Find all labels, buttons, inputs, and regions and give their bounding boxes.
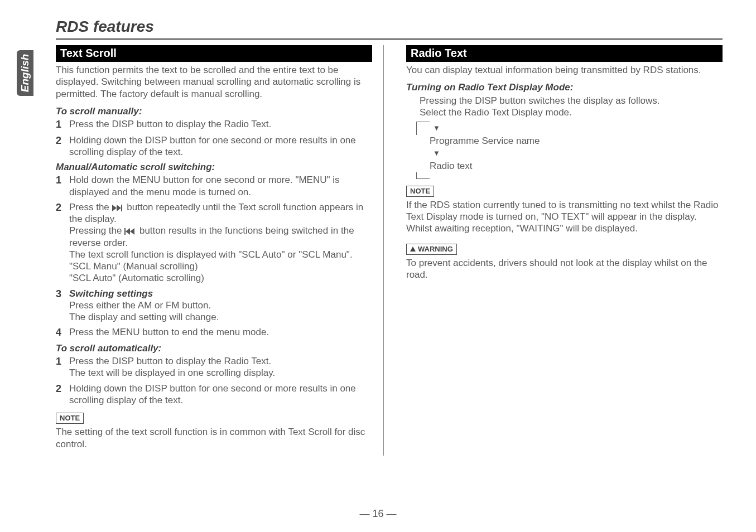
step-body: Holding down the DISP button for one sec…: [69, 134, 372, 158]
step-number: 2: [56, 383, 69, 407]
step-ma-1: 1 Hold down the MENU button for one seco…: [56, 174, 372, 198]
step-body: Holding down the DISP button for one sec…: [69, 383, 372, 407]
text: The text will be displayed in one scroll…: [69, 367, 275, 378]
text: "SCL Manu" (Manual scrolling): [69, 261, 198, 272]
arrow-down-icon: ▼: [433, 124, 440, 133]
step-ma-2: 2 Press the button repeatedly until the …: [56, 201, 372, 284]
intro-radio-text: You can display textual information bein…: [406, 64, 723, 76]
step-ma-3: 3 Switching settings Press either the AM…: [56, 288, 372, 323]
text: Pressing the: [69, 225, 124, 236]
step-number: 2: [56, 134, 69, 158]
text: Press the DISP button to display the Rad…: [69, 356, 271, 366]
step-au-2: 2 Holding down the DISP button for one s…: [56, 383, 372, 407]
page-title: RDS features: [56, 17, 723, 40]
warning-body: To prevent accidents, drivers should not…: [406, 257, 723, 281]
intro-text-scroll: This function permits the text to be scr…: [56, 64, 372, 100]
text: "SCL Auto" (Automatic scrolling): [69, 273, 204, 283]
column-right: Radio Text You can display textual infor…: [406, 45, 723, 456]
note-label: NOTE: [406, 186, 434, 197]
arrow-down-icon: ▼: [433, 149, 440, 158]
step-body: Hold down the MENU button for one second…: [69, 174, 372, 198]
diagram-item-1: Programme Service name: [430, 135, 540, 147]
step-number: 3: [56, 288, 69, 323]
prev-track-icon: [124, 228, 137, 235]
step-subhead: Switching settings: [69, 288, 153, 299]
step-number: 1: [56, 174, 69, 198]
subhead-scroll-auto: To scroll automatically:: [56, 342, 372, 354]
language-tab: English: [17, 50, 33, 96]
page-number: — 16 —: [0, 507, 756, 520]
step-number: 1: [56, 118, 69, 131]
step-body: Press the DISP button to display the Rad…: [69, 355, 372, 379]
note-body: The setting of the text scroll function …: [56, 426, 372, 450]
text: Pressing the DISP button switches the di…: [420, 95, 723, 107]
note-label: NOTE: [56, 413, 84, 424]
next-track-icon: [112, 205, 124, 211]
text: Press the: [69, 202, 112, 212]
svg-marker-5: [130, 228, 134, 235]
step-ma-4: 4 Press the MENU button to end the menu …: [56, 326, 372, 339]
note-body: If the RDS station currently tuned to is…: [406, 199, 723, 235]
subhead-manual-auto: Manual/Automatic scroll switching:: [56, 161, 372, 173]
step-body: Switching settings Press either the AM o…: [69, 288, 372, 323]
display-mode-diagram: ▼ Programme Service name ▼ Radio text: [416, 122, 723, 179]
language-tab-text: English: [18, 54, 32, 93]
step-number: 2: [56, 201, 69, 284]
step-sm-2: 2 Holding down the DISP button for one s…: [56, 134, 372, 158]
svg-rect-2: [121, 205, 122, 211]
svg-marker-0: [112, 205, 117, 211]
warning-label-text: WARNING: [418, 245, 453, 253]
step-au-1: 1 Press the DISP button to display the R…: [56, 355, 372, 379]
subhead-scroll-manually: To scroll manually:: [56, 105, 372, 117]
svg-marker-4: [126, 228, 130, 235]
step-sm-1: 1 Press the DISP button to display the R…: [56, 118, 372, 131]
svg-marker-1: [117, 205, 121, 211]
page-content: RDS features Text Scroll This function p…: [56, 17, 723, 456]
step-body: Press the MENU button to end the menu mo…: [69, 326, 372, 339]
step-body: Press the DISP button to display the Rad…: [69, 118, 372, 131]
text: Select the Radio Text Display mode.: [420, 107, 723, 118]
step-number: 1: [56, 355, 69, 379]
diagram-item-2: Radio text: [430, 160, 473, 172]
svg-rect-3: [124, 228, 126, 235]
text: The text scroll function is displayed wi…: [69, 249, 353, 260]
column-left: Text Scroll This function permits the te…: [56, 45, 384, 456]
step-number: 4: [56, 326, 69, 339]
section-header-text-scroll: Text Scroll: [56, 45, 372, 62]
subhead-turn-on: Turning on Radio Text Display Mode:: [406, 81, 723, 93]
text: The display and setting will change.: [69, 312, 219, 322]
text: Press either the AM or FM button.: [69, 300, 211, 311]
warning-label: WARNING: [406, 244, 457, 255]
section-header-radio-text: Radio Text: [406, 45, 723, 62]
step-body: Press the button repeatedly until the Te…: [69, 201, 372, 284]
